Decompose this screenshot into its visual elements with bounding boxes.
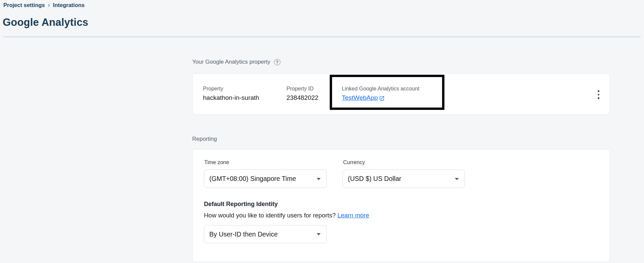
linked-account-link[interactable]: TestWebApp bbox=[342, 94, 385, 102]
breadcrumb: Project settings › Integrations bbox=[3, 2, 85, 8]
dropdown-arrow-icon bbox=[455, 178, 459, 180]
dropdown-arrow-icon bbox=[317, 178, 321, 180]
chevron-right-icon: › bbox=[48, 2, 50, 8]
breadcrumb-integrations[interactable]: Integrations bbox=[53, 2, 85, 8]
reporting-section: Reporting bbox=[192, 136, 217, 142]
property-field: Property hackathon-in-surath bbox=[203, 86, 286, 102]
property-id-label: Property ID bbox=[286, 86, 342, 92]
learn-more-link[interactable]: Learn more bbox=[337, 212, 369, 219]
breadcrumb-project-settings[interactable]: Project settings bbox=[3, 2, 45, 8]
help-icon[interactable]: ? bbox=[274, 59, 280, 65]
property-label: Property bbox=[203, 86, 286, 92]
google-analytics-settings-page: Project settings › Integrations Google A… bbox=[0, 0, 644, 263]
kebab-dot bbox=[598, 94, 600, 96]
currency-select[interactable]: (USD $) US Dollar bbox=[342, 170, 465, 188]
page-title: Google Analytics bbox=[3, 16, 88, 28]
open-in-new-icon bbox=[379, 95, 385, 101]
linked-account-link-text: TestWebApp bbox=[342, 94, 378, 102]
time-zone-value: (GMT+08:00) Singapore Time bbox=[209, 175, 296, 183]
analytics-property-heading: Your Google Analytics property bbox=[192, 59, 270, 65]
currency-value: (USD $) US Dollar bbox=[348, 175, 401, 183]
reporting-identity-select[interactable]: By User-ID then Device bbox=[204, 225, 327, 243]
reporting-identity-value: By User-ID then Device bbox=[209, 231, 278, 238]
header-divider bbox=[3, 37, 641, 37]
reporting-card: Time zone (GMT+08:00) Singapore Time Cur… bbox=[192, 149, 610, 262]
reporting-heading: Reporting bbox=[192, 136, 217, 142]
dropdown-arrow-icon bbox=[317, 233, 321, 236]
time-zone-select[interactable]: (GMT+08:00) Singapore Time bbox=[204, 170, 327, 188]
identity-question-text: How would you like to identify users for… bbox=[204, 212, 369, 219]
property-id-value: 238482022 bbox=[286, 94, 342, 102]
linked-account-label: Linked Google Analytics account bbox=[342, 86, 419, 92]
kebab-dot bbox=[598, 97, 600, 99]
kebab-dot bbox=[598, 90, 600, 92]
currency-label: Currency bbox=[343, 159, 365, 166]
analytics-property-card: Property hackathon-in-surath Property ID… bbox=[192, 73, 610, 115]
default-reporting-identity-heading: Default Reporting Identity bbox=[204, 201, 278, 208]
time-zone-label: Time zone bbox=[204, 159, 229, 166]
overflow-menu-button[interactable] bbox=[596, 88, 601, 101]
property-fields-row: Property hackathon-in-surath Property ID… bbox=[193, 74, 610, 102]
property-value: hackathon-in-surath bbox=[203, 94, 286, 102]
analytics-property-section: Your Google Analytics property ? bbox=[192, 59, 280, 65]
identity-question-label: How would you like to identify users for… bbox=[204, 212, 336, 219]
linked-account-field: Linked Google Analytics account TestWebA… bbox=[342, 86, 419, 102]
property-id-field: Property ID 238482022 bbox=[286, 86, 342, 102]
